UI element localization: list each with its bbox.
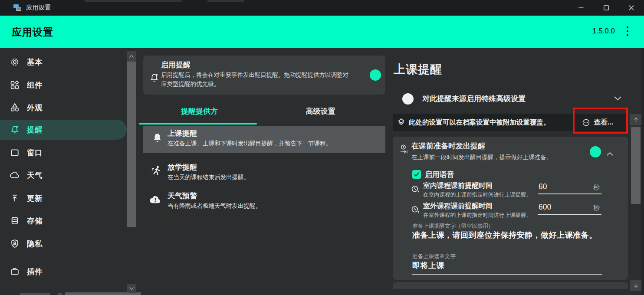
reminder-text-input[interactable]: [412, 229, 601, 239]
mask-text-field: [412, 260, 602, 275]
sidebar-scroll-down-button[interactable]: [127, 284, 136, 293]
sidebar-scrollbar-thumb[interactable]: [127, 62, 136, 227]
outdoor-time-title: 室外课程课前提醒时间: [423, 202, 493, 211]
sidebar: 基本 组件 外观 提醒 窗口 天气: [0, 48, 139, 295]
chevron-down-icon: [129, 287, 134, 290]
outdoor-time-field: 秒: [538, 201, 601, 215]
check-icon: [414, 172, 420, 177]
provider-item-weather-alert[interactable]: 天气预警 当有降雨或者极端天气时发出提醒。: [143, 187, 385, 216]
provider-description: 在当天的课程结束后发出提醒。: [168, 174, 250, 181]
reminder-text-field: [412, 229, 602, 244]
provider-title: 天气预警: [168, 191, 197, 201]
chevron-up-icon: [129, 55, 134, 58]
sidebar-item-label: 隐私: [27, 239, 43, 249]
runner-icon: [150, 164, 162, 179]
special-settings-toggle[interactable]: [404, 95, 420, 102]
clock-forward-icon: [399, 144, 409, 157]
provider-item-class-reminder[interactable]: 上课提醒 在准备上课、上课和下课时发出醒目提醒，并预告下一节课程。: [143, 126, 385, 153]
window-edge: [641, 48, 644, 295]
annotation-highlight-box: [573, 108, 628, 134]
sidebar-item-plugins[interactable]: 插件: [0, 260, 127, 283]
background-artifact: [85, 0, 182, 2]
appearance-icon: [10, 103, 20, 112]
close-button[interactable]: [619, 0, 644, 16]
enable-notifications-toggle[interactable]: [364, 72, 379, 79]
sidebar-item-components[interactable]: 组件: [0, 74, 127, 96]
clock-alert-icon: [411, 184, 420, 197]
tab-notification-providers[interactable]: 提醒提供方: [139, 100, 260, 123]
sidebar-item-label: 天气: [27, 170, 43, 180]
sidebar-divider: [0, 284, 127, 284]
notification-settings-panel: 启用提醒 启用提醒后，将会在对重要事件发出醒目提醒。拖动提醒提供方以调整对应类型…: [139, 48, 393, 295]
bell-badge-icon: [10, 125, 20, 134]
sidebar-item-notifications[interactable]: 提醒: [0, 120, 127, 140]
maximize-button[interactable]: [594, 0, 619, 16]
arrow-up-icon: [633, 117, 639, 122]
app-icon: [13, 4, 22, 11]
outdoor-time-input[interactable]: [538, 201, 583, 212]
app-settings-window: 应用设置 应用设置 1.5.0.0 基本 组件: [0, 0, 644, 295]
page-header: 应用设置 1.5.0.0: [0, 16, 644, 48]
sidebar-item-update[interactable]: 更新: [0, 187, 127, 210]
clock-alert-icon: [411, 205, 420, 217]
tab-label: 高级设置: [306, 106, 335, 116]
indoor-time-title: 室内课程课前提醒时间: [423, 181, 493, 190]
sidebar-item-label: 窗口: [27, 148, 43, 158]
minimize-button[interactable]: [568, 0, 594, 16]
sidebar-scroll-up-button[interactable]: [127, 51, 136, 62]
prepare-toggle[interactable]: [584, 148, 599, 155]
upload-icon: [10, 193, 20, 203]
window-icon: [10, 148, 20, 157]
cutoff-item-text: [20, 293, 50, 295]
indoor-time-field: 秒: [538, 180, 601, 194]
cutoff-item-icon: [58, 293, 62, 295]
sidebar-item-label: 外观: [27, 102, 43, 113]
close-icon: [628, 5, 634, 11]
cloud-icon: [10, 170, 20, 180]
plugin-icon: [10, 267, 20, 276]
components-icon: [10, 80, 20, 90]
titlebar: 应用设置: [0, 0, 644, 16]
voice-checkbox[interactable]: [412, 170, 421, 179]
version-label: 1.5.0.0: [592, 27, 615, 36]
window-title: 应用设置: [26, 4, 51, 12]
detail-scroll-up-button[interactable]: [630, 114, 641, 125]
bell-badge-icon: [149, 73, 159, 85]
mask-text-input[interactable]: [412, 260, 601, 270]
gear-icon: [10, 57, 20, 67]
prepare-title: 在课前准备时发出提醒: [411, 141, 485, 151]
special-settings-label: 对此提醒来源启用特殊高级设置: [422, 94, 526, 104]
sidebar-item-label: 提醒: [27, 125, 43, 135]
indoor-time-unit: 秒: [593, 184, 600, 192]
sidebar-item-privacy[interactable]: 隐私: [0, 233, 127, 255]
sidebar-item-weather[interactable]: 天气: [0, 164, 127, 187]
detail-scroll-down-button[interactable]: [630, 280, 641, 291]
chevron-down-icon[interactable]: [614, 95, 622, 102]
background-artifact: [207, 0, 244, 2]
sidebar-item-appearance[interactable]: 外观: [0, 96, 127, 119]
tab-advanced-settings[interactable]: 高级设置: [260, 100, 381, 123]
enable-notifications-description: 启用提醒后，将会在对重要事件发出醒目提醒。拖动提醒提供方以调整对应类型提醒的优先…: [161, 70, 351, 88]
voice-checkbox-label: 启用语音: [425, 170, 454, 180]
page-title: 应用设置: [12, 26, 53, 39]
database-icon: [10, 216, 20, 226]
sidebar-item-storage[interactable]: 存储: [0, 210, 127, 232]
sidebar-item-label: 更新: [27, 193, 43, 203]
sidebar-item-window[interactable]: 窗口: [0, 141, 127, 164]
provider-title: 放学提醒: [168, 162, 197, 172]
reminder-text-label: 准备上课提醒文字（留空以禁用）: [412, 223, 494, 230]
arrow-down-icon: [633, 283, 639, 288]
outdoor-time-description: 在室外课程的上课前指定时间进行上课提醒。: [423, 212, 532, 219]
privacy-icon: [10, 239, 20, 249]
cloud-alert-icon: [149, 194, 161, 206]
chevron-up-icon[interactable]: [606, 150, 614, 158]
indoor-time-input[interactable]: [538, 180, 583, 191]
detail-scrollbar-thumb[interactable]: [631, 127, 641, 204]
minimize-icon: [578, 5, 584, 11]
bell-icon: [152, 132, 163, 145]
provider-item-after-school[interactable]: 放学提醒 在当天的课程结束后发出提醒。: [143, 159, 385, 186]
sidebar-item-basic[interactable]: 基本: [0, 51, 127, 73]
override-note: 此处的设置可以在档案设置中被附加设置覆盖。: [409, 118, 550, 127]
indoor-time-description: 在室内课程的上课前指定时间进行上课提醒。: [423, 191, 532, 199]
more-menu-button[interactable]: [627, 26, 628, 37]
